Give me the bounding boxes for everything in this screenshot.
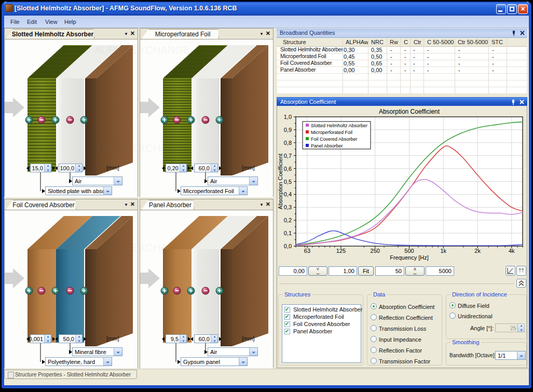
svg-text:Slotted Helmholtz Absorber: Slotted Helmholtz Absorber [311, 123, 367, 128]
svg-text:2k: 2k [474, 248, 481, 254]
svg-text:4k: 4k [509, 248, 515, 254]
svg-text:Microperforated Foil: Microperforated Foil [311, 130, 352, 135]
svg-text:0,3: 0,3 [284, 204, 292, 210]
svg-text:Frequency [Hz]: Frequency [Hz] [390, 254, 429, 261]
svg-text:Absorption Coefficient: Absorption Coefficient [277, 154, 283, 209]
svg-text:Absorption Coefficient: Absorption Coefficient [379, 108, 440, 115]
svg-text:63: 63 [304, 248, 310, 254]
svg-text:0,0: 0,0 [284, 243, 292, 249]
svg-text:500: 500 [404, 248, 414, 254]
svg-text:0,7: 0,7 [284, 153, 292, 159]
svg-text:0,1: 0,1 [284, 230, 292, 236]
svg-text:125: 125 [336, 248, 346, 254]
svg-text:0,4: 0,4 [284, 191, 292, 197]
svg-text:1,0: 1,0 [284, 114, 292, 120]
svg-text:Panel Absorber: Panel Absorber [311, 143, 343, 148]
svg-text:1k: 1k [440, 248, 446, 254]
svg-text:0,2: 0,2 [284, 217, 292, 223]
svg-text:0,9: 0,9 [284, 127, 292, 133]
svg-text:0,6: 0,6 [284, 166, 292, 172]
svg-text:Foil Covered Absorber: Foil Covered Absorber [311, 137, 358, 142]
svg-text:0,8: 0,8 [284, 140, 292, 146]
svg-text:250: 250 [371, 248, 380, 254]
svg-text:0,5: 0,5 [284, 179, 292, 185]
